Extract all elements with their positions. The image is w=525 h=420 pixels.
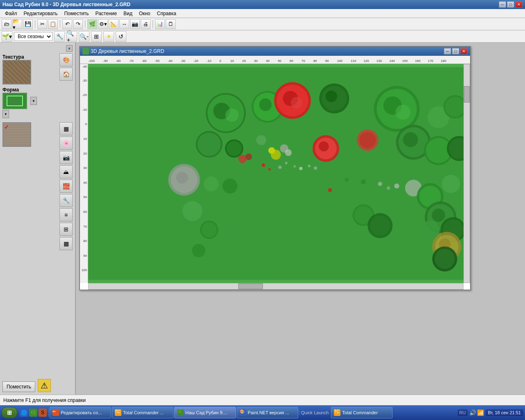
place-label: Поместить	[7, 384, 31, 390]
save-button[interactable]: 💾	[23, 19, 33, 29]
svg-point-26	[227, 141, 242, 156]
copy-button[interactable]: 📋	[48, 19, 58, 29]
maximize-button[interactable]: □	[507, 1, 514, 8]
inner-maximize-button[interactable]: □	[452, 48, 459, 55]
tc-icon: TC	[115, 409, 121, 416]
print-button[interactable]: 🖨	[141, 19, 151, 29]
grid-icon[interactable]: ▦	[59, 122, 73, 135]
menu-view[interactable]: Вид	[120, 10, 136, 17]
menu-file[interactable]: Файл	[2, 10, 21, 17]
garden-container: -100 -90 -80 -70 -60 -50 -40 -30 -20 -10…	[80, 56, 470, 290]
undo-button[interactable]: ↶	[62, 19, 72, 29]
taskbar-paintnet-label: Paint.NET версия ...	[248, 410, 289, 415]
svg-point-81	[299, 167, 302, 170]
plant-button[interactable]: 🌿	[87, 19, 97, 29]
menu-place[interactable]: Поместить	[61, 10, 92, 17]
texture-preview-2[interactable]: ✓	[2, 122, 31, 147]
svg-point-57	[226, 219, 243, 236]
locale-indicator[interactable]: RU	[458, 409, 468, 416]
svg-point-52	[222, 178, 237, 194]
open-dropdown[interactable]: 📂▾	[12, 19, 22, 29]
inner-title-bar: 3D Деревья лиственные_2.GRD ─ □ ✕	[80, 47, 470, 56]
taskbar-editor-label: Редактировать со...	[61, 410, 102, 415]
menu-edit[interactable]: Редактировать	[21, 10, 61, 17]
panel-close-button[interactable]: ×	[66, 45, 73, 52]
svg-point-14	[325, 91, 337, 102]
box3d-icon[interactable]: 🧱	[59, 180, 73, 193]
landscape-icon[interactable]: ⛰	[59, 165, 73, 178]
scrollbar-vertical[interactable]	[463, 64, 470, 283]
redo-button[interactable]: ↷	[73, 19, 83, 29]
shape-dropdown-arrow[interactable]: ▼	[30, 97, 37, 105]
taskbar-item-tc2[interactable]: TC Total Commander	[331, 407, 393, 418]
grid2-icon[interactable]: ⊞	[59, 223, 73, 236]
sun-button[interactable]: ☀	[103, 31, 114, 42]
photo-icon[interactable]: 📷	[59, 151, 73, 164]
place-button[interactable]: Поместить	[2, 381, 35, 392]
svg-point-24	[197, 132, 221, 156]
scrollbar-horizontal[interactable]	[88, 283, 463, 290]
season-select[interactable]: Все сезоны Весна Лето Осень Зима	[14, 32, 52, 41]
zoom-in-button[interactable]: 🔍+	[66, 31, 77, 42]
taskbar-item-garden[interactable]: 🌿 Наш Сад Рубин 9....	[174, 407, 236, 418]
network-icon[interactable]: 📶	[477, 409, 484, 416]
zoom-out-button[interactable]: 🔍-	[79, 31, 89, 42]
close-button[interactable]: ✕	[515, 1, 523, 8]
menu-plant[interactable]: Растение	[92, 10, 120, 17]
svg-point-51	[204, 176, 219, 192]
start-button[interactable]: ⊞	[2, 407, 17, 418]
svg-point-87	[354, 187, 357, 190]
zoom-fit-button[interactable]: ⊞	[91, 31, 102, 42]
extra-dropdown[interactable]: ▼	[2, 110, 9, 118]
rotate-button[interactable]: ↺	[116, 31, 126, 42]
blocks-icon[interactable]: ▩	[59, 237, 73, 250]
house-icon[interactable]: 🏠	[59, 68, 73, 81]
shape-preview[interactable]	[2, 93, 27, 109]
transform-button[interactable]: ↔	[119, 19, 129, 29]
svg-point-86	[328, 188, 332, 192]
tray-icons: 🔊 📶	[469, 409, 484, 416]
skype-icon[interactable]: S	[39, 409, 47, 417]
stairs-icon[interactable]: ≡	[59, 208, 73, 221]
ie-icon[interactable]: 🌐	[20, 409, 28, 417]
measure-button[interactable]: 📐	[109, 19, 119, 29]
tool-wrench[interactable]: 🔧	[54, 31, 65, 42]
tools-icon[interactable]: 🔧	[59, 194, 73, 207]
scroll-thumb-vertical[interactable]	[464, 86, 470, 103]
taskbar-item-editor[interactable]: ✏ Редактировать со...	[50, 407, 111, 418]
texture-preview-box[interactable]	[2, 60, 31, 84]
garden-quick-icon[interactable]: 🌿	[29, 409, 37, 417]
form-label: Форма	[2, 87, 73, 93]
ruler-left: -40 -30 -20 -10 0 10 20 30 40 50 60 70 8…	[80, 64, 88, 283]
svg-point-71	[421, 221, 439, 239]
status-text: Нажмите F1 для получения справки	[3, 397, 86, 403]
menu-window[interactable]: Окно	[136, 10, 154, 17]
svg-point-84	[336, 181, 341, 186]
minimize-button[interactable]: ─	[499, 1, 506, 8]
toolbar: 🗁 📂▾ 💾 ✂ 📋 ↶ ↷ 🌿 ⚙▾ 📐 ↔ 📷 🖨 📊 🗒	[0, 18, 525, 30]
report-button[interactable]: 📊	[155, 19, 165, 29]
cut-button[interactable]: ✂	[37, 19, 47, 29]
inner-minimize-button[interactable]: ─	[444, 48, 451, 55]
main-content: × Текстура 🎨 🏠 Форма ▼ ▼	[0, 43, 525, 395]
trees-svg	[88, 64, 463, 283]
svg-point-56	[202, 222, 217, 237]
scroll-thumb-horizontal[interactable]	[238, 283, 263, 289]
sep2	[60, 20, 60, 28]
camera-button[interactable]: 📷	[130, 19, 140, 29]
taskbar-item-tc1[interactable]: TC Total Commander ...	[112, 407, 173, 418]
settings-button[interactable]: ⚙▾	[98, 19, 108, 29]
menu-help[interactable]: Справка	[154, 10, 180, 17]
inner-close-button[interactable]: ✕	[460, 48, 468, 55]
inner-app-icon	[82, 48, 89, 55]
taskbar-item-paintnet[interactable]: 🎨 Paint.NET версия ...	[237, 407, 298, 418]
flower-icon[interactable]: 🌸	[59, 137, 73, 150]
garden-canvas[interactable]	[88, 64, 463, 283]
svg-point-42	[403, 132, 418, 147]
notes-button[interactable]: 🗒	[166, 19, 176, 29]
new-button[interactable]: 🗁	[2, 19, 11, 29]
plant-tool-button[interactable]: 🌱▾	[2, 31, 12, 42]
system-clock: Вт, 18 сен 21:51	[486, 409, 523, 416]
palette-icon[interactable]: 🎨	[59, 53, 73, 66]
volume-icon[interactable]: 🔊	[469, 409, 476, 416]
